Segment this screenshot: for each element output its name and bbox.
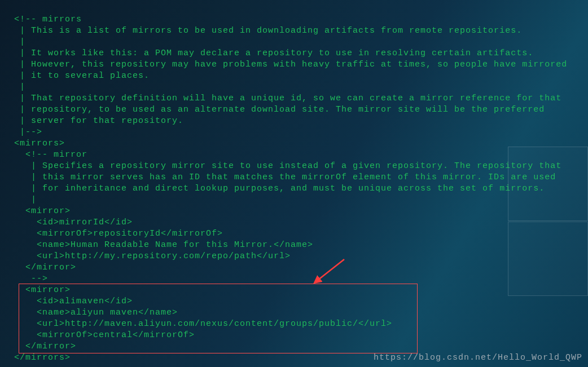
desktop-window-outline-1 [508, 147, 588, 221]
code-line: </mirror> [14, 263, 76, 272]
code-line: <url>http://maven.aliyun.com/nexus/conte… [14, 319, 392, 329]
code-line: <name>Human Readable Name for this Mirro… [14, 240, 313, 250]
code-line: <mirrors> [14, 139, 65, 148]
code-line: <mirrorOf>repositoryId</mirrorOf> [14, 229, 223, 238]
code-line: | That repository definition will have a… [14, 94, 561, 103]
code-line: <id>alimaven</id> [14, 297, 133, 306]
code-line: |--> [14, 127, 42, 137]
code-line: | Specifies a repository mirror site to … [14, 161, 561, 171]
code-line: <!-- mirrors [14, 15, 82, 24]
code-line: | for inheritance and direct lookup purp… [14, 184, 545, 193]
code-line: <url>http://my.repository.com/repo/path<… [14, 251, 291, 261]
code-editor: <!-- mirrors | This is a list of mirrors… [0, 0, 588, 364]
code-line: | [14, 82, 25, 92]
code-line: | it to several places. [14, 71, 150, 81]
code-line: | [14, 37, 25, 47]
code-line: <name>aliyun maven</name> [14, 308, 178, 317]
code-line: | [14, 195, 37, 205]
code-line: | It works like this: a POM may declare … [14, 48, 533, 58]
code-line: | this mirror serves has an ID that matc… [14, 173, 556, 182]
code-line: | repository, to be used as an alternate… [14, 105, 545, 114]
code-line: <mirrorOf>central</mirrorOf> [14, 330, 195, 340]
code-line: | This is a list of mirrors to be used i… [14, 26, 522, 36]
code-line: </mirror> [14, 342, 76, 351]
code-line: <mirror> [14, 206, 71, 216]
code-line: <mirror> [14, 285, 71, 295]
watermark-text: https://blog.csdn.net/Hello_World_QWP [374, 352, 582, 364]
code-line: </mirrors> [14, 353, 71, 362]
code-line: | server for that repository. [14, 116, 183, 126]
code-line: <id>mirrorId</id> [14, 218, 133, 227]
code-line: --> [14, 274, 48, 284]
desktop-window-outline-2 [508, 222, 588, 296]
code-line: <!-- mirror [14, 150, 87, 160]
code-line: | However, this repository may have prob… [14, 60, 567, 69]
